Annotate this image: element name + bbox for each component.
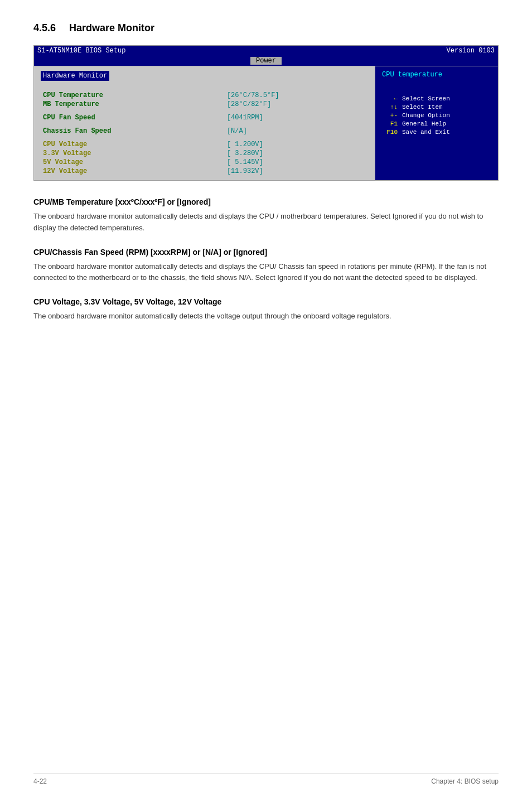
key-desc-select-screen: Select Screen xyxy=(402,95,450,102)
label-cpu-temp: CPU Temperature xyxy=(41,91,225,100)
footer-page-number: 4-22 xyxy=(33,777,47,785)
key-row-save-exit: F10 Save and Exit xyxy=(382,129,491,136)
page-footer: 4-22 Chapter 4: BIOS setup xyxy=(33,774,499,785)
key-desc-select-item: Select Item xyxy=(402,104,443,110)
doc-heading-cpu-mb-temp: CPU/MB Temperature [xxxºC/xxxºF] or [Ign… xyxy=(33,197,499,206)
key-row-general-help: F1 General Help xyxy=(382,120,491,127)
key-sym-plusminus: +- xyxy=(382,112,398,119)
table-row: MB Temperature [28°C/82°F] xyxy=(41,100,368,109)
bios-menu-power[interactable]: Power xyxy=(250,57,282,65)
bios-keys: ← Select Screen ↑↓ Select Item +- Change… xyxy=(382,95,491,136)
value-cpu-voltage: [ 1.200V] xyxy=(225,140,368,149)
bios-title: S1-AT5NM10E BIOS Setup xyxy=(37,47,125,55)
doc-section-fan-speed: CPU/Chassis Fan Speed (RPM) [xxxxRPM] or… xyxy=(33,248,499,284)
table-row: CPU Fan Speed [4041RPM] xyxy=(41,113,368,122)
key-sym-f10: F10 xyxy=(382,129,398,136)
label-5v-voltage: 5V Voltage xyxy=(41,158,225,167)
label-chassis-fan: Chassis Fan Speed xyxy=(41,127,225,136)
key-desc-save-exit: Save and Exit xyxy=(402,129,450,136)
label-cpu-voltage: CPU Voltage xyxy=(41,140,225,149)
table-row: Chassis Fan Speed [N/A] xyxy=(41,127,368,136)
section-number: 4.5.6 xyxy=(33,22,56,33)
bios-version: Version 0103 xyxy=(447,47,495,55)
footer-chapter: Chapter 4: BIOS setup xyxy=(431,777,499,785)
key-sym-updown: ↑↓ xyxy=(382,104,398,110)
doc-section-voltage: CPU Voltage, 3.3V Voltage, 5V Voltage, 1… xyxy=(33,297,499,322)
doc-heading-fan-speed: CPU/Chassis Fan Speed (RPM) [xxxxRPM] or… xyxy=(33,248,499,257)
value-33v-voltage: [ 3.280V] xyxy=(225,149,368,158)
key-row-select-screen: ← Select Screen xyxy=(382,95,491,102)
value-cpu-fan: [4041RPM] xyxy=(225,113,368,122)
key-desc-change-option: Change Option xyxy=(402,112,450,119)
key-row-select-item: ↑↓ Select Item xyxy=(382,104,491,110)
label-cpu-fan: CPU Fan Speed xyxy=(41,113,225,122)
bios-help-title: CPU temperature xyxy=(382,71,491,79)
bios-values-table: CPU Temperature [26°C/78.5°F] MB Tempera… xyxy=(41,86,368,176)
key-sym-f1: F1 xyxy=(382,120,398,127)
section-title: Hardware Monitor xyxy=(69,22,154,33)
bios-topbar: S1-AT5NM10E BIOS Setup Version 0103 xyxy=(34,46,498,56)
label-12v-voltage: 12V Voltage xyxy=(41,167,225,176)
value-mb-temp: [28°C/82°F] xyxy=(225,100,368,109)
bios-right-panel: CPU temperature ← Select Screen ↑↓ Selec… xyxy=(375,66,498,180)
table-row: 12V Voltage [11.932V] xyxy=(41,167,368,176)
bios-left-panel: Hardware Monitor CPU Temperature [26°C/7… xyxy=(34,66,375,180)
doc-section-cpu-mb-temp: CPU/MB Temperature [xxxºC/xxxºF] or [Ign… xyxy=(33,197,499,234)
table-row: CPU Temperature [26°C/78.5°F] xyxy=(41,91,368,100)
key-row-change-option: +- Change Option xyxy=(382,112,491,119)
key-desc-general-help: General Help xyxy=(402,120,446,127)
bios-screen: S1-AT5NM10E BIOS Setup Version 0103 Powe… xyxy=(33,45,499,181)
value-chassis-fan: [N/A] xyxy=(225,127,368,136)
doc-text-fan-speed: The onboard hardware monitor automatical… xyxy=(33,261,499,284)
table-row: 3.3V Voltage [ 3.280V] xyxy=(41,149,368,158)
label-33v-voltage: 3.3V Voltage xyxy=(41,149,225,158)
value-5v-voltage: [ 5.145V] xyxy=(225,158,368,167)
bios-body: Hardware Monitor CPU Temperature [26°C/7… xyxy=(34,66,498,180)
key-sym-arrow: ← xyxy=(382,95,398,102)
doc-text-voltage: The onboard hardware monitor automatical… xyxy=(33,311,499,322)
label-mb-temp: MB Temperature xyxy=(41,100,225,109)
bios-menubar: Power xyxy=(34,56,498,66)
doc-text-cpu-mb-temp: The onboard hardware monitor automatical… xyxy=(33,211,499,234)
table-row: 5V Voltage [ 5.145V] xyxy=(41,158,368,167)
table-row: CPU Voltage [ 1.200V] xyxy=(41,140,368,149)
value-12v-voltage: [11.932V] xyxy=(225,167,368,176)
doc-sections: CPU/MB Temperature [xxxºC/xxxºF] or [Ign… xyxy=(33,197,499,322)
bios-panel-title: Hardware Monitor xyxy=(41,71,109,81)
value-cpu-temp: [26°C/78.5°F] xyxy=(225,91,368,100)
doc-heading-voltage: CPU Voltage, 3.3V Voltage, 5V Voltage, 1… xyxy=(33,297,499,306)
